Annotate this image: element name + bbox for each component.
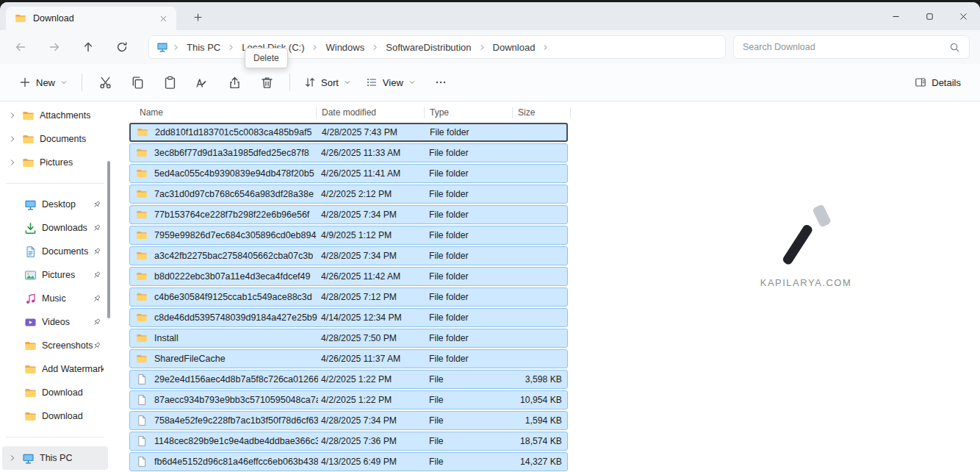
sidebar-item-add-watermark[interactable]: Add Watermark bbox=[2, 357, 108, 381]
file-row[interactable]: 2dd810f1d183701c5c0083ca485b9af54/28/202… bbox=[129, 123, 568, 142]
column-divider[interactable] bbox=[424, 107, 425, 118]
file-row[interactable]: 77b153764ce228f7b298f22e6b96e56f4/28/202… bbox=[129, 205, 568, 224]
file-row[interactable]: b8d0222ebc3b07a11e4d3eca4fdcef494/26/202… bbox=[129, 267, 568, 286]
sort-button[interactable]: Sort bbox=[297, 71, 359, 94]
folder-icon bbox=[136, 353, 148, 365]
rename-button[interactable] bbox=[186, 69, 218, 96]
chev-r-icon[interactable] bbox=[227, 43, 235, 51]
watermark: KAPILARYA.COM bbox=[729, 202, 883, 288]
folder-icon bbox=[136, 209, 148, 221]
sidebar-item-downloads[interactable]: Downloads bbox=[2, 216, 108, 240]
sidebar-item-pictures[interactable]: Pictures bbox=[2, 263, 108, 287]
new-button[interactable]: New bbox=[12, 71, 75, 94]
download-icon bbox=[24, 222, 37, 235]
chevron-right-icon[interactable] bbox=[8, 454, 17, 462]
share-button[interactable] bbox=[218, 69, 251, 96]
forward-button[interactable] bbox=[43, 35, 66, 59]
search-input[interactable] bbox=[743, 42, 943, 52]
maximize-icon bbox=[925, 12, 934, 21]
file-row[interactable]: Install4/28/2025 7:50 PMFile folder bbox=[129, 329, 568, 348]
search-box[interactable] bbox=[733, 35, 970, 59]
cut-button[interactable] bbox=[89, 69, 121, 96]
sidebar-item-this-pc[interactable]: This PC bbox=[2, 446, 108, 470]
back-button[interactable] bbox=[9, 35, 32, 59]
column-divider[interactable] bbox=[570, 107, 571, 118]
file-date-modified: 4/28/2025 7:34 PM bbox=[321, 412, 397, 429]
file-row[interactable]: 5ed4ac055c4b9390839e94db478f20b54/26/202… bbox=[129, 164, 568, 183]
file-size: 18,574 KB bbox=[474, 432, 562, 450]
file-row[interactable]: 29e2e4d156aec4d8b7a5f8c726ca01266274...4… bbox=[129, 370, 568, 389]
sidebar-item-videos[interactable]: Videos bbox=[2, 310, 108, 334]
sidebar-item-attachments[interactable]: Attachments bbox=[2, 104, 108, 127]
chev-r-icon[interactable] bbox=[541, 43, 550, 51]
file-size bbox=[474, 185, 562, 203]
sidebar-item-download[interactable]: Download bbox=[2, 381, 108, 404]
file-row[interactable]: 87aecc934b793e9bb3c5710595048ca7a7c...4/… bbox=[129, 390, 568, 410]
tab-title: Download bbox=[33, 13, 149, 24]
chev-r-icon[interactable] bbox=[8, 135, 17, 143]
sidebar-item-documents[interactable]: Documents bbox=[2, 240, 108, 263]
column-header-type[interactable]: Type bbox=[430, 102, 449, 123]
copy-button[interactable] bbox=[121, 69, 154, 96]
details-pane-icon bbox=[915, 76, 926, 88]
new-tab-button[interactable] bbox=[188, 7, 207, 26]
file-row[interactable]: 7ac31d0d97cb768c6546a983df28a38e4/2/2025… bbox=[129, 185, 568, 204]
folder-icon bbox=[136, 291, 148, 303]
chev-r-icon[interactable] bbox=[371, 43, 379, 51]
search-icon bbox=[949, 42, 960, 53]
sidebar-item-download[interactable]: Download bbox=[2, 404, 108, 428]
column-header-name[interactable]: Name bbox=[140, 102, 163, 123]
up-button[interactable] bbox=[76, 35, 100, 59]
chev-r-icon[interactable] bbox=[311, 43, 319, 51]
column-divider[interactable] bbox=[316, 107, 317, 118]
breadcrumb-item[interactable]: Download bbox=[487, 39, 541, 56]
file-row[interactable]: SharedFileCache4/26/2025 11:37 AMFile fo… bbox=[129, 349, 568, 368]
column-divider[interactable] bbox=[512, 107, 513, 118]
file-row[interactable]: 1148cec829b9e1c9e4adbe4ddbae366c301b...4… bbox=[129, 432, 568, 451]
chev-r-icon[interactable] bbox=[8, 158, 17, 167]
breadcrumb-item[interactable]: Windows bbox=[320, 39, 370, 56]
chev-r-icon[interactable] bbox=[8, 111, 17, 120]
file-row[interactable]: 7959e99826d7ec684c305896cd0eb8944/9/2025… bbox=[129, 226, 568, 245]
breadcrumb-item[interactable]: SoftwareDistribution bbox=[380, 39, 477, 56]
sidebar-item-music[interactable]: Music bbox=[2, 287, 108, 310]
sidebar-item-label: Download bbox=[42, 387, 83, 398]
file-size bbox=[474, 165, 562, 182]
view-button[interactable]: View bbox=[359, 71, 423, 94]
folder-icon bbox=[136, 271, 148, 282]
more-options-button[interactable] bbox=[428, 69, 454, 96]
tab-close-button[interactable] bbox=[156, 11, 170, 26]
explorer-tab[interactable]: Download bbox=[6, 7, 176, 30]
chevron-right-icon[interactable] bbox=[172, 43, 180, 51]
sidebar-item-desktop[interactable]: Desktop bbox=[2, 193, 108, 216]
sidebar-item-screenshots[interactable]: Screenshots bbox=[2, 334, 108, 357]
file-icon bbox=[136, 394, 148, 406]
file-icon bbox=[136, 373, 148, 385]
sidebar-item-documents[interactable]: Documents bbox=[2, 127, 108, 151]
file-row[interactable]: 758a4e52fe9c228fb7ac1b3f50f78d6cf63d8...… bbox=[129, 411, 568, 430]
file-type: File folder bbox=[429, 350, 469, 368]
close-button[interactable] bbox=[946, 2, 980, 30]
file-row[interactable]: c8de46dd5395748039d9184a427e25b94/14/202… bbox=[129, 308, 568, 327]
maximize-button[interactable] bbox=[912, 2, 946, 30]
file-row[interactable]: c4b6e30584f9125ccab1c549ace88c3d4/28/202… bbox=[129, 287, 568, 307]
sidebar-item-label: Downloads bbox=[42, 223, 87, 233]
view-icon bbox=[366, 76, 378, 88]
refresh-button[interactable] bbox=[110, 35, 134, 59]
delete-button[interactable] bbox=[251, 69, 283, 96]
paste-button[interactable] bbox=[154, 69, 186, 96]
minimize-button[interactable] bbox=[879, 2, 912, 30]
address-bar[interactable]: This PCLocal Disk (C:)WindowsSoftwareDis… bbox=[148, 35, 726, 59]
file-row[interactable]: 3ec8b6f77d9d1a3a1985dfed25ec87f84/26/202… bbox=[129, 143, 568, 162]
folder-icon bbox=[22, 110, 35, 122]
file-size bbox=[474, 350, 562, 368]
sidebar-item-pictures[interactable]: Pictures bbox=[2, 151, 108, 174]
file-row[interactable]: fb6d4e5152d96c81a46effcc6eb063b438b6...4… bbox=[129, 452, 568, 471]
file-name: 3ec8b6f77d9d1a3a1985dfed25ec87f8 bbox=[154, 148, 309, 158]
breadcrumb-item[interactable]: This PC bbox=[181, 39, 226, 56]
details-button[interactable]: Details bbox=[907, 71, 968, 94]
chev-r-icon[interactable] bbox=[478, 43, 486, 51]
column-header-date-modified[interactable]: Date modified bbox=[322, 102, 376, 123]
column-header-size[interactable]: Size bbox=[518, 102, 535, 123]
file-row[interactable]: a3c42fb2275bac2758405662cba07c3b4/28/202… bbox=[129, 246, 568, 265]
